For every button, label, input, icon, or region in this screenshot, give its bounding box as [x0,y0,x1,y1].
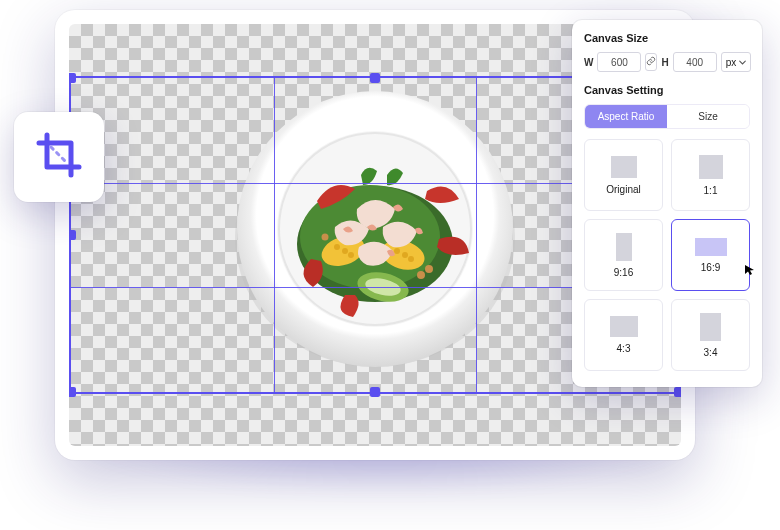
ratio-grid: Original 1:1 9:16 16:9 4:3 3:4 [584,139,750,371]
ratio-shape [700,313,721,341]
ratio-4-3[interactable]: 4:3 [584,299,663,371]
ratio-shape [695,238,727,256]
height-label: H [661,57,668,68]
ratio-original[interactable]: Original [584,139,663,211]
setting-tabs: Aspect Ratio Size [584,104,750,129]
tab-aspect-ratio[interactable]: Aspect Ratio [585,105,667,128]
height-input[interactable] [673,52,717,72]
canvas-size-title: Canvas Size [584,32,750,44]
unit-select[interactable]: px [721,52,752,72]
ratio-label: 4:3 [617,343,631,354]
unit-label: px [726,57,737,68]
crop-tool-badge [14,112,104,202]
grid-line [274,78,275,392]
ratio-label: 16:9 [701,262,720,273]
crop-handle-bottom-left[interactable] [69,387,76,397]
ratio-shape [699,155,723,179]
ratio-label: 9:16 [614,267,633,278]
ratio-label: 3:4 [704,347,718,358]
link-icon [646,56,656,68]
tab-size[interactable]: Size [667,105,749,128]
crop-handle-bottom-right[interactable] [674,387,681,397]
grid-line [476,78,477,392]
canvas-panel: Canvas Size W H px Canvas Setting Aspect… [572,20,762,387]
canvas-setting-title: Canvas Setting [584,84,750,96]
crop-handle-bottom-mid[interactable] [370,387,380,397]
size-row: W H px [584,52,750,72]
ratio-9-16[interactable]: 9:16 [584,219,663,291]
chevron-down-icon [739,57,746,68]
crop-icon [35,131,83,183]
ratio-label: Original [606,184,640,195]
ratio-16-9[interactable]: 16:9 [671,219,750,291]
ratio-1-1[interactable]: 1:1 [671,139,750,211]
ratio-shape [616,233,632,261]
crop-handle-mid-left[interactable] [69,230,76,240]
ratio-label: 1:1 [704,185,718,196]
crop-handle-top-mid[interactable] [370,73,380,83]
link-dimensions-button[interactable] [645,53,657,71]
ratio-shape [610,316,638,337]
ratio-3-4[interactable]: 3:4 [671,299,750,371]
width-input[interactable] [597,52,641,72]
width-label: W [584,57,593,68]
crop-handle-top-left[interactable] [69,73,76,83]
ratio-shape [611,156,637,178]
